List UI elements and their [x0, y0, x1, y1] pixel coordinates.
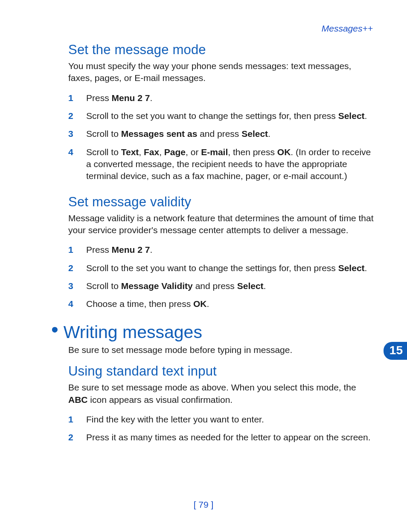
steps-set-message-validity: 1 Press Menu 2 7. 2 Scroll to the set yo…	[68, 244, 377, 310]
list-item: 1 Find the key with the letter you want …	[68, 413, 377, 425]
list-item: 1 Press Menu 2 7.	[68, 244, 377, 256]
step-text: Press it as many times as needed for the…	[86, 431, 377, 443]
step-number: 1	[68, 92, 86, 104]
list-item: 4 Scroll to Text, Fax, Page, or E-mail, …	[68, 146, 377, 182]
step-number: 3	[68, 280, 86, 292]
step-number: 2	[68, 110, 86, 122]
steps-standard-input: 1 Find the key with the letter you want …	[68, 413, 377, 444]
step-text: Scroll to Message Validity and press Sel…	[86, 280, 377, 292]
step-text: Press Menu 2 7.	[86, 244, 377, 256]
step-text: Scroll to Messages sent as and press Sel…	[86, 128, 377, 140]
page-number: [ 79 ]	[0, 500, 407, 510]
chapter-tab: 15	[384, 342, 407, 360]
step-number: 1	[68, 244, 86, 256]
major-section-writing: • Writing messages	[51, 322, 377, 342]
step-text: Press Menu 2 7.	[86, 92, 377, 104]
heading-writing-messages: Writing messages	[64, 322, 202, 342]
list-item: 2 Scroll to the set you want to change t…	[68, 110, 377, 122]
step-text: Scroll to Text, Fax, Page, or E-mail, th…	[86, 146, 377, 182]
heading-standard-input: Using standard text input	[68, 364, 377, 379]
step-number: 4	[68, 298, 86, 310]
step-text: Find the key with the letter you want to…	[86, 413, 377, 425]
list-item: 1 Press Menu 2 7.	[68, 92, 377, 104]
intro-standard-input: Be sure to set message mode as above. Wh…	[68, 382, 377, 406]
list-item: 2 Press it as many times as needed for t…	[68, 431, 377, 443]
steps-set-message-mode: 1 Press Menu 2 7. 2 Scroll to the set yo…	[68, 92, 377, 182]
step-number: 4	[68, 146, 86, 182]
list-item: 4 Choose a time, then press OK.	[68, 298, 377, 310]
intro-writing-messages: Be sure to set message mode before typin…	[68, 344, 377, 356]
heading-set-message-validity: Set message validity	[68, 194, 377, 210]
heading-set-message-mode: Set the message mode	[68, 42, 377, 58]
list-item: 3 Scroll to Message Validity and press S…	[68, 280, 377, 292]
step-text: Choose a time, then press OK.	[86, 298, 377, 310]
running-header: Messages++	[68, 23, 377, 34]
list-item: 3 Scroll to Messages sent as and press S…	[68, 128, 377, 140]
list-item: 2 Scroll to the set you want to change t…	[68, 262, 377, 274]
step-text: Scroll to the set you want to change the…	[86, 110, 377, 122]
step-number: 1	[68, 413, 86, 425]
step-number: 3	[68, 128, 86, 140]
step-number: 2	[68, 262, 86, 274]
intro-set-message-mode: You must specify the way your phone send…	[68, 60, 377, 84]
step-number: 2	[68, 431, 86, 443]
page-content: Messages++ Set the message mode You must…	[0, 0, 407, 444]
step-text: Scroll to the set you want to change the…	[86, 262, 377, 274]
intro-set-message-validity: Message validity is a network feature th…	[68, 212, 377, 237]
